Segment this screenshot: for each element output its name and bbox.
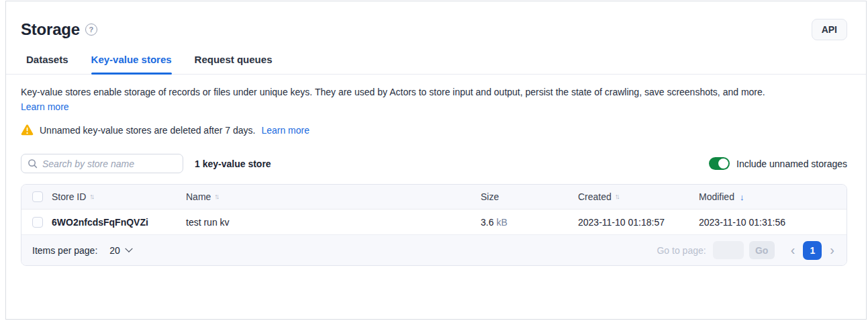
previous-page-icon[interactable]: ‹ — [789, 243, 797, 257]
search-box — [21, 154, 183, 173]
column-header-modified[interactable]: Modified ↓ — [699, 191, 847, 202]
store-count: 1 key-value store — [195, 158, 271, 169]
row-checkbox[interactable] — [32, 217, 43, 228]
list-controls: 1 key-value store Include unnamed storag… — [21, 154, 847, 173]
warning-learn-more-link[interactable]: Learn more — [261, 125, 309, 136]
tab-request-queues[interactable]: Request queues — [195, 54, 273, 74]
api-button[interactable]: API — [812, 19, 847, 40]
table-footer: Items per page: 20 Go to page: Go ‹ 1 › — [21, 235, 847, 265]
warning-banner: Unnamed key-value stores are deleted aft… — [21, 124, 847, 136]
column-header-store-id[interactable]: Store ID ↑↓ — [52, 191, 186, 202]
toggle-label: Include unnamed storages — [736, 158, 847, 169]
select-all-checkbox[interactable] — [32, 191, 43, 202]
store-modified-cell: 2023-11-10 01:31:56 — [699, 217, 847, 228]
sort-desc-icon-modified: ↓ — [740, 192, 744, 202]
warning-text: Unnamed key-value stores are deleted aft… — [40, 125, 255, 136]
include-unnamed-toggle[interactable] — [709, 157, 730, 170]
column-header-created[interactable]: Created ↑↓ — [578, 191, 699, 202]
pager: ‹ 1 › — [789, 241, 836, 260]
store-created-cell: 2023-11-10 01:18:57 — [578, 217, 699, 228]
table-row[interactable]: 6WO2nfcdsFqFnQVZi test run kv 3.6 kB 202… — [21, 210, 847, 235]
toggle-knob — [718, 158, 728, 169]
next-page-icon[interactable]: › — [828, 243, 836, 257]
page-title: Storage — [21, 20, 80, 39]
go-button[interactable]: Go — [749, 241, 775, 259]
description-block: Key-value stores enable storage of recor… — [21, 85, 847, 114]
help-icon[interactable]: ? — [85, 24, 97, 36]
items-per-page-label: Items per page: — [32, 245, 97, 256]
sort-icon-name: ↑↓ — [214, 192, 220, 200]
go-to-page-label: Go to page: — [657, 245, 706, 256]
items-per-page-select[interactable]: 20 — [109, 245, 132, 256]
tab-bar: Datasets Key-value stores Request queues — [6, 54, 866, 75]
description-learn-more-link[interactable]: Learn more — [21, 100, 847, 114]
size-unit: kB — [496, 217, 507, 228]
sort-icon-created: ↑↓ — [615, 192, 620, 200]
items-per-page-value: 20 — [109, 245, 120, 256]
current-page-button[interactable]: 1 — [803, 241, 822, 260]
store-size-cell: 3.6 kB — [481, 217, 578, 228]
tab-key-value-stores[interactable]: Key-value stores — [91, 54, 172, 74]
go-to-page-input[interactable] — [713, 241, 744, 259]
store-name-cell[interactable]: test run kv — [186, 217, 481, 228]
column-header-name[interactable]: Name ↑↓ — [186, 191, 481, 202]
search-input[interactable] — [42, 158, 177, 169]
stores-table: Store ID ↑↓ Name ↑↓ Size Created ↑↓ Modi… — [21, 184, 847, 266]
column-header-size[interactable]: Size — [481, 191, 578, 202]
sort-icon-store-id: ↑↓ — [89, 192, 95, 200]
store-id-cell[interactable]: 6WO2nfcdsFqFnQVZi — [52, 217, 186, 228]
search-icon — [28, 158, 38, 169]
tab-datasets[interactable]: Datasets — [26, 54, 68, 74]
warning-icon — [21, 124, 34, 136]
storage-panel: Storage ? API Datasets Key-value stores … — [5, 1, 867, 320]
description-text: Key-value stores enable storage of recor… — [21, 87, 765, 97]
chevron-down-icon — [125, 244, 132, 252]
table-header-row: Store ID ↑↓ Name ↑↓ Size Created ↑↓ Modi… — [21, 185, 847, 210]
page-header: Storage ? API — [21, 19, 847, 40]
size-value: 3.6 — [481, 217, 493, 228]
